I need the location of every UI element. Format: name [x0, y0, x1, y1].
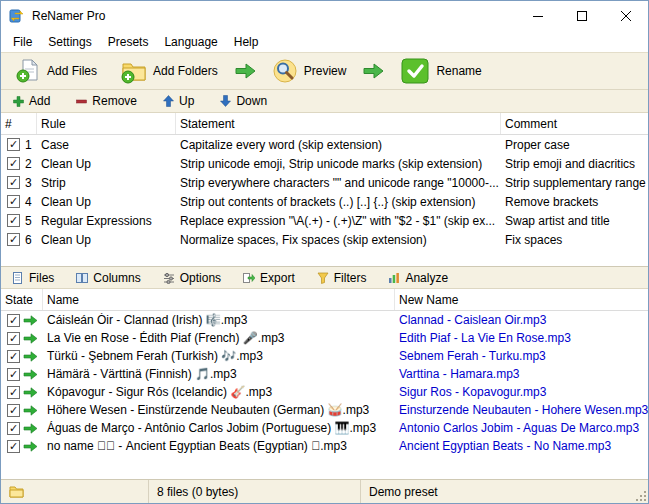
- add-rule-button[interactable]: Add: [9, 93, 54, 109]
- file-row[interactable]: Kópavogur - Sigur Rós (Icelandic) 🎸.mp3 …: [1, 383, 648, 401]
- add-files-icon: [15, 58, 41, 84]
- rules-toolbar: Add Remove Up Down: [1, 90, 648, 113]
- rule-checkbox[interactable]: [7, 138, 20, 151]
- file-name: La Vie en Rose - Édith Piaf (French) 🎤.m…: [43, 331, 395, 345]
- menu-item-file[interactable]: File: [5, 33, 40, 51]
- rule-statement: Normalize spaces, Fix spaces (skip exten…: [176, 233, 501, 247]
- files-header-name[interactable]: Name: [43, 289, 395, 310]
- file-row[interactable]: Türkü - Şebnem Ferah (Turkish) 🎶.mp3 Seb…: [1, 347, 648, 365]
- move-up-button[interactable]: Up: [159, 93, 198, 109]
- rule-comment: Strip emoji and diacritics: [501, 157, 648, 171]
- arrow-up-icon: [163, 95, 174, 107]
- minimize-button[interactable]: [516, 1, 560, 31]
- add-files-button[interactable]: Add Files: [9, 55, 103, 87]
- rule-statement: Replace expression "\A(.+) - (.+)\Z" wit…: [176, 214, 501, 228]
- export-menu-button[interactable]: Export: [240, 270, 298, 286]
- file-row[interactable]: La Vie en Rose - Édith Piaf (French) 🎤.m…: [1, 329, 648, 347]
- rules-header-statement[interactable]: Statement: [176, 113, 501, 134]
- file-row[interactable]: Höhere Wesen - Einstürzende Neubauten (G…: [1, 401, 648, 419]
- rename-state-arrow-icon: [23, 387, 38, 398]
- add-folders-icon: [119, 58, 147, 84]
- export-icon: [243, 272, 255, 284]
- resize-grip[interactable]: [630, 480, 648, 503]
- file-checkbox[interactable]: [7, 422, 20, 435]
- preview-button[interactable]: Preview: [266, 55, 353, 87]
- rename-label: Rename: [436, 64, 481, 78]
- rule-row[interactable]: 4 Clean Up Strip out contents of bracket…: [1, 192, 648, 211]
- filters-menu-button[interactable]: Filters: [314, 270, 370, 286]
- rules-table-header: # Rule Statement Comment: [1, 113, 648, 135]
- remove-rule-button[interactable]: Remove: [72, 93, 141, 109]
- file-checkbox[interactable]: [7, 440, 20, 453]
- rule-row[interactable]: 3 Strip Strip everywhere characters "" a…: [1, 173, 648, 192]
- close-button[interactable]: [604, 1, 648, 31]
- rule-name: Clean Up: [37, 195, 176, 209]
- columns-menu-button[interactable]: Columns: [73, 270, 143, 286]
- rule-checkbox[interactable]: [7, 233, 20, 246]
- files-menu-label: Files: [29, 271, 54, 285]
- rule-row[interactable]: 1 Case Capitalize every word (skip exten…: [1, 135, 648, 154]
- rule-statement: Capitalize every word (skip extension): [176, 138, 501, 152]
- analyze-icon: [388, 272, 400, 284]
- rules-header-rule[interactable]: Rule: [37, 113, 176, 134]
- file-row[interactable]: no name 𓀀𓀁 - Ancient Egyptian Beats (Egy…: [1, 437, 648, 455]
- rule-statement: Strip unicode emoji, Strip unicode marks…: [176, 157, 501, 171]
- file-checkbox[interactable]: [7, 386, 20, 399]
- rules-header-num[interactable]: #: [1, 113, 37, 134]
- rule-name: Strip: [37, 176, 176, 190]
- file-name: Türkü - Şebnem Ferah (Turkish) 🎶.mp3: [43, 349, 395, 363]
- file-new-name: Sigur Ros - Kopavogur.mp3: [395, 385, 648, 399]
- file-row[interactable]: Águas de Março - Antônio Carlos Jobim (P…: [1, 419, 648, 437]
- rule-checkbox[interactable]: [7, 214, 20, 227]
- window-controls: [516, 1, 648, 31]
- options-menu-label: Options: [180, 271, 221, 285]
- rename-button[interactable]: Rename: [394, 54, 487, 88]
- rule-row[interactable]: 2 Clean Up Strip unicode emoji, Strip un…: [1, 154, 648, 173]
- rule-number: 5: [25, 214, 32, 228]
- move-down-button[interactable]: Down: [216, 93, 271, 109]
- files-menu-button[interactable]: Files: [9, 270, 57, 286]
- menu-item-settings[interactable]: Settings: [40, 33, 99, 51]
- file-new-name: Ancient Egyptian Beats - No Name.mp3: [395, 439, 648, 453]
- status-preset-name: Demo preset: [361, 480, 630, 503]
- remove-rule-label: Remove: [92, 94, 137, 108]
- file-row[interactable]: Cáisleán Óir - Clannad (Irish) 🎼.mp3 Cla…: [1, 311, 648, 329]
- menu-item-language[interactable]: Language: [156, 33, 225, 51]
- plus-icon: [13, 96, 24, 107]
- rules-header-comment[interactable]: Comment: [501, 113, 648, 134]
- columns-menu-label: Columns: [93, 271, 140, 285]
- files-header-state[interactable]: State: [1, 289, 43, 310]
- file-checkbox[interactable]: [7, 404, 20, 417]
- rule-checkbox[interactable]: [7, 195, 20, 208]
- analyze-menu-button[interactable]: Analyze: [385, 270, 451, 286]
- rule-number: 1: [25, 138, 32, 152]
- file-checkbox[interactable]: [7, 332, 20, 345]
- rename-state-arrow-icon: [23, 423, 38, 434]
- rule-number: 4: [25, 195, 32, 209]
- status-panel-icon: [1, 480, 149, 503]
- add-rule-label: Add: [29, 94, 50, 108]
- file-row[interactable]: Hämärä - Värttinä (Finnish) 🎵.mp3 Vartti…: [1, 365, 648, 383]
- file-name: Hämärä - Värttinä (Finnish) 🎵.mp3: [43, 367, 395, 381]
- menu-item-presets[interactable]: Presets: [100, 33, 157, 51]
- export-menu-label: Export: [260, 271, 295, 285]
- file-checkbox[interactable]: [7, 368, 20, 381]
- rule-statement: Strip everywhere characters "" and unico…: [176, 176, 501, 190]
- files-header-newname[interactable]: New Name: [395, 289, 648, 310]
- options-menu-button[interactable]: Options: [160, 270, 224, 286]
- add-folders-button[interactable]: Add Folders: [113, 55, 224, 87]
- rule-row[interactable]: 6 Clean Up Normalize spaces, Fix spaces …: [1, 230, 648, 249]
- rule-checkbox[interactable]: [7, 176, 20, 189]
- file-name: Höhere Wesen - Einstürzende Neubauten (G…: [43, 403, 395, 417]
- file-name: Kópavogur - Sigur Rós (Icelandic) 🎸.mp3: [43, 385, 395, 399]
- rename-state-arrow-icon: [23, 333, 38, 344]
- file-checkbox[interactable]: [7, 314, 20, 327]
- file-checkbox[interactable]: [7, 350, 20, 363]
- rule-number: 2: [25, 157, 32, 171]
- rule-checkbox[interactable]: [7, 157, 20, 170]
- maximize-button[interactable]: [560, 1, 604, 31]
- rule-name: Case: [37, 138, 176, 152]
- menu-item-help[interactable]: Help: [226, 33, 267, 51]
- rule-row[interactable]: 5 Regular Expressions Replace expression…: [1, 211, 648, 230]
- rule-number: 6: [25, 233, 32, 247]
